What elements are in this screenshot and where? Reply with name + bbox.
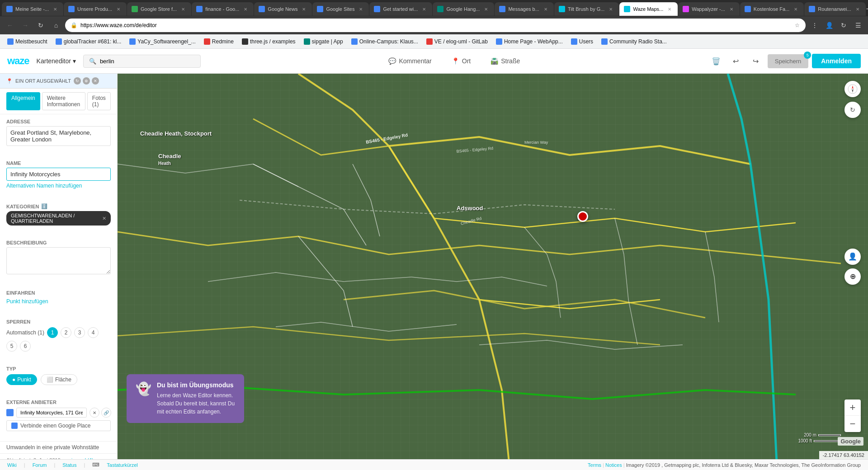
bookmark-online-campus[interactable]: Online-Campus: Klaus... [348, 37, 422, 47]
tab-fotos[interactable]: Fotos (1) [87, 92, 111, 110]
profile-button[interactable]: 👤 [823, 19, 835, 32]
bookmark-yacy[interactable]: YaCy_Softwareengel_... [126, 37, 199, 47]
back-button[interactable]: ← [4, 19, 16, 32]
sperren-6[interactable]: 6 [20, 341, 31, 352]
sperren-auto: Automatisch (1) [6, 329, 44, 336]
einfahren-link[interactable]: Punkt hinzufügen [6, 298, 111, 305]
google-place-button[interactable]: Verbinde einen Google Place [6, 420, 111, 431]
tab-close[interactable]: ✕ [542, 5, 549, 13]
compass[interactable] [844, 81, 861, 97]
sperren-2[interactable]: 2 [61, 327, 71, 338]
name-value[interactable]: Infinity Motorcycles [6, 168, 111, 181]
center-location-button[interactable]: ⊕ [844, 268, 861, 285]
tab-google-sites[interactable]: Google Sites ✕ [312, 2, 369, 16]
tab-close[interactable]: ✕ [854, 5, 861, 13]
tab-close[interactable]: ✕ [242, 5, 249, 13]
tab-close[interactable]: ✕ [52, 5, 59, 13]
tab-close[interactable]: ✕ [420, 5, 428, 13]
terms-link: Terms | Notices | Imagery ©2019 , Getmap… [588, 462, 861, 468]
bookmark-webapp[interactable]: Home Page - WebApp... [492, 37, 566, 47]
delete-button[interactable]: 🗑️ [708, 53, 724, 69]
forward-button[interactable]: → [19, 19, 32, 32]
sperren-5[interactable]: 5 [6, 341, 17, 352]
bookmark-sipgate[interactable]: sipgate | App [300, 37, 347, 47]
nav-ort[interactable]: 📍 Ort [446, 55, 476, 67]
login-button[interactable]: Anmelden [812, 54, 861, 68]
tab-close[interactable]: ✕ [115, 5, 122, 13]
tastatur-link[interactable]: Tastaturkürzel [107, 462, 137, 468]
bookmark-community-radio[interactable]: Community Radio Sta... [598, 37, 670, 47]
reload-button[interactable]: ↻ [34, 19, 47, 32]
typ-punkt[interactable]: ● Punkt [6, 374, 37, 385]
tab-meine-seite[interactable]: Meine Seite -... ✕ [2, 2, 63, 16]
save-button[interactable]: Speichern [768, 54, 809, 68]
address-bar[interactable]: 🔒 https://www.waze.com/de/editor ☆ [65, 19, 806, 32]
zoom-out-button[interactable]: − [844, 416, 861, 432]
bookmark-meistbesucht[interactable]: Meistbesucht [4, 37, 51, 47]
menu-button[interactable]: ☰ [852, 19, 864, 32]
tab-close[interactable]: ✕ [666, 5, 673, 13]
refresh-icon[interactable]: ↻ [74, 77, 81, 85]
user-location-button[interactable]: 👤 [844, 249, 861, 265]
status-link[interactable]: Status [62, 462, 76, 468]
bookmark-gitlab[interactable]: VE / elog-uml - GitLab [423, 37, 491, 47]
tab-tilt-brush[interactable]: Tilt Brush by G... ✕ [554, 2, 619, 16]
tab-close[interactable]: ✕ [300, 5, 307, 13]
nav-kommentar[interactable]: 💬 Kommentar [383, 55, 437, 67]
forum-link[interactable]: Forum [33, 462, 47, 468]
notices-link[interactable]: Notices [605, 462, 622, 468]
ext-remove-button[interactable]: ✕ [90, 408, 99, 418]
tab-messages[interactable]: Messages b... ✕ [495, 2, 553, 16]
bookmark-globaltracker[interactable]: globalTracker #681: kl... [52, 37, 125, 47]
tab-kostenlose[interactable]: Kostenlose Fa... ✕ [740, 2, 804, 16]
search-input[interactable] [100, 58, 195, 65]
lock-icon: 🔒 [70, 21, 78, 29]
tab-close[interactable]: ✕ [792, 5, 799, 13]
zoom-in-button[interactable]: + [844, 400, 861, 416]
tab-close[interactable]: ✕ [357, 5, 364, 13]
tab-close[interactable]: ✕ [482, 5, 490, 13]
tab-google-store[interactable]: Google Store f... ✕ [127, 2, 191, 16]
tab-close[interactable]: ✕ [607, 5, 614, 13]
tab-weitere[interactable]: Weitere Informationen [42, 92, 85, 110]
editor-label[interactable]: Karteneditor ▾ [37, 57, 76, 65]
sperren-1[interactable]: 1 [47, 327, 58, 338]
beschreibung-textarea[interactable] [6, 247, 111, 274]
close-icon[interactable]: ✕ [92, 77, 99, 85]
tab-finance[interactable]: finance - Goo... ✕ [192, 2, 254, 16]
tab-google-news[interactable]: Google News ✕ [254, 2, 312, 16]
category-remove-icon[interactable]: ✕ [102, 216, 106, 221]
bookmark-users[interactable]: Users [567, 37, 597, 47]
bookmark-redmine[interactable]: Redmine [200, 37, 237, 47]
redo-button[interactable]: ↪ [748, 53, 764, 69]
sperren-3[interactable]: 3 [74, 327, 85, 338]
extensions-button[interactable]: ⋮ [808, 19, 821, 32]
undo-button[interactable]: ↩ [728, 53, 744, 69]
map-container[interactable]: BS465 - Edgeley Rd BS465 - Edgeley Rd Ch… [118, 74, 868, 459]
tab-get-started[interactable]: Get started wi... ✕ [369, 2, 432, 16]
sperren-4[interactable]: 4 [88, 327, 99, 338]
tab-close[interactable]: ✕ [179, 5, 187, 13]
ext-link-button[interactable]: 🔗 [101, 408, 111, 418]
location-crosshair-icon[interactable]: ⊕ [83, 77, 90, 85]
tab-allgemein[interactable]: Allgemein [6, 92, 40, 110]
new-tab-button[interactable]: + [866, 3, 868, 15]
bookmark-threejs[interactable]: three.js / examples [238, 37, 299, 47]
alt-name-link[interactable]: Alternativen Namen hinzufügen [6, 183, 111, 189]
tab-close[interactable]: ✕ [728, 5, 735, 13]
star-icon[interactable]: ☆ [793, 21, 801, 29]
ext-input[interactable] [16, 408, 87, 418]
nav-strasse[interactable]: 🛣️ Straße [485, 55, 525, 67]
tab-hangouts[interactable]: Google Hang... ✕ [433, 2, 494, 16]
tab-unsere[interactable]: Unsere Produ... ✕ [64, 2, 127, 16]
search-box[interactable]: 🔍 [83, 55, 201, 68]
sync-button[interactable]: ↻ [837, 19, 850, 32]
tab-waze-maps[interactable]: Waze Maps... ✕ [619, 2, 678, 16]
tab-routenanwei[interactable]: Routenanwei... ✕ [804, 2, 865, 16]
typ-flaeche[interactable]: ⬜ Fläche [41, 374, 77, 385]
tab-wappalyzer[interactable]: Wappalyzer -... ✕ [678, 2, 740, 16]
refresh-map-button[interactable]: ↻ [844, 102, 861, 118]
home-button[interactable]: ⌂ [50, 19, 62, 32]
terms-link-text[interactable]: Terms [588, 462, 601, 468]
wiki-link[interactable]: Wiki [7, 462, 17, 468]
